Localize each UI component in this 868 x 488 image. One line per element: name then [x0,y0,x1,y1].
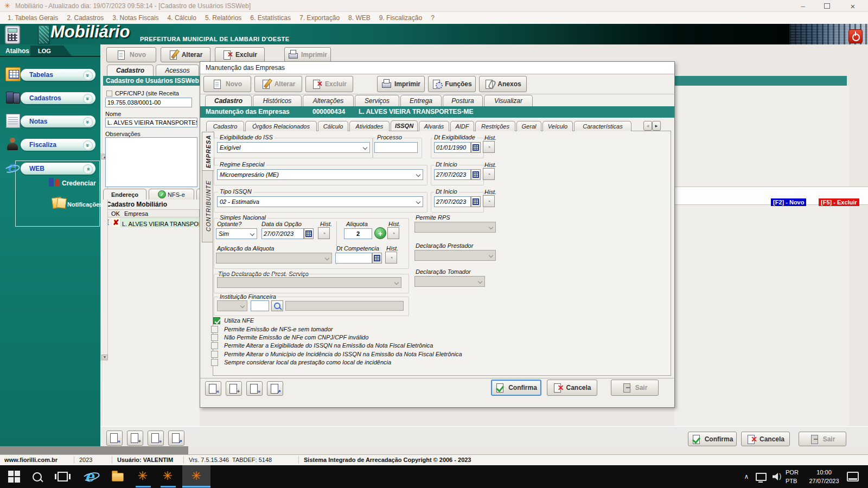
checkbox-utiliza-nfe[interactable] [213,317,220,324]
hist-button[interactable]: ◔ [318,227,330,239]
menu-item-exportacao[interactable]: 7. Exportação [295,14,344,22]
taskbar-search-button[interactable] [30,472,43,481]
dialog-tab-servicos[interactable]: Serviços [355,95,399,106]
instituicao-select[interactable] [217,300,247,311]
permite-rps-select[interactable] [414,222,496,233]
main-record-first-button[interactable]: « [106,431,123,446]
instituicao-codigo-input[interactable] [251,300,269,311]
record-insert-button[interactable]: + [226,381,242,396]
issqn-tab-geral[interactable]: Geral [516,121,541,131]
close-button[interactable]: × [842,0,864,12]
issqn-tab-veiculo[interactable]: Veículo [542,121,573,131]
dialog-cancela-button[interactable]: Cancela [547,380,597,396]
hist-button[interactable]: ◔ [385,252,397,264]
main-confirma-button[interactable]: Confirma [688,432,737,446]
aplicacao-select[interactable] [216,253,332,264]
optante-select[interactable]: Sim [216,228,257,239]
start-button[interactable] [4,471,24,483]
dialog-alterar-button[interactable]: Alterar [254,76,302,92]
issqn-tab-cadastro[interactable]: Cadastro [206,121,244,131]
menu-item-estatisticas[interactable]: 6. Estatísticas [246,14,295,22]
sidebar-item-credenciar[interactable]: Credenciar [62,179,96,187]
tray-volume-button[interactable]: ) [770,472,782,481]
regime-dt-input[interactable]: 27/07/2023 [434,169,471,180]
novo-button[interactable]: Novo [106,47,156,62]
cpf-checkbox[interactable] [106,91,112,97]
dialog-funcoes-button[interactable]: Funções [428,76,476,92]
menu-item-notas-fiscais[interactable]: 3. Notas Fiscais [108,14,163,22]
menu-item-relatorios[interactable]: 5. Relatórios [201,14,246,22]
scroll-down-icon[interactable]: ▼ [101,355,108,359]
dialog-anexos-button[interactable]: Anexos [479,76,527,92]
grid-row[interactable]: I ✘ L. ALVES VIEIRA TRANSPORTES-ME [103,218,200,227]
regime-select[interactable]: Microempresário (ME) [217,169,423,180]
dialog-tab-entrega[interactable]: Entrega [400,95,442,106]
restore-button[interactable] [817,0,837,12]
main-record-last-button[interactable]: ↗ [168,431,184,446]
menu-item-tabelas-gerais[interactable]: 1. Tabelas Gerais [3,14,62,22]
checkbox-local-prestacao[interactable] [211,359,218,366]
tab-endereco[interactable]: Endereço [103,189,146,200]
dialog-imprimir-button[interactable]: Imprimir [377,76,425,92]
chevron-down-icon[interactable]: » [83,70,93,80]
issqn-tab-restricoes[interactable]: Restrições [475,121,515,131]
chevron-up-icon[interactable]: » [83,164,93,174]
calendar-icon[interactable] [471,196,481,207]
issqn-tab-calculo[interactable]: Cálculo [318,121,348,131]
issqn-tab-orgaos[interactable]: Órgãos Relacionados [245,121,317,131]
menu-item-calculo[interactable]: 4. Cálculo [163,14,201,22]
tab-acessos[interactable]: Acessos [156,65,199,76]
taskbar-app3-button[interactable]: ✳ [188,467,205,485]
hist-button[interactable]: ◔ [483,195,495,207]
checkbox-alterar-municipio[interactable] [211,351,218,358]
side-tab-empresa[interactable]: EMPRESA [202,132,214,171]
tray-expand-button[interactable]: ∧ [741,472,752,481]
action-center-button[interactable] [846,472,859,481]
tab-scroll-left-button[interactable]: ◄ [643,121,652,131]
dialog-confirma-button[interactable]: Confirma [491,380,541,396]
dialog-tab-visualizar[interactable]: Visualizar [484,95,533,106]
alterar-button[interactable]: Alterar [161,47,210,62]
checkbox-nfe-cnpj-invalido[interactable] [211,334,218,341]
dt-exigibilidade-input[interactable]: 01/01/1990 [434,142,471,153]
main-record-next-button[interactable]: » [148,431,164,446]
power-button[interactable] [848,29,863,43]
calendar-icon[interactable] [471,142,481,153]
dialog-novo-button[interactable]: Novo [203,76,251,92]
menu-item-web[interactable]: 8. WEB [344,14,375,22]
cpf-input[interactable]: 19.755.038/0001-00 [105,98,192,107]
issqn-tab-caracteristicas[interactable]: Características [574,121,631,131]
menu-item-help[interactable]: ? [426,14,439,22]
chevron-down-icon[interactable]: » [83,117,93,127]
declaracao-prestador-select[interactable] [414,250,496,261]
tab-scroll-right-button[interactable]: ► [652,121,661,131]
imprimir-button[interactable]: Imprimir [284,47,331,62]
tray-language-button[interactable]: POR PTB [786,468,804,485]
issqn-tab-atividades[interactable]: Atividades [349,121,390,131]
main-record-insert-button[interactable]: + [127,431,143,446]
record-last-button[interactable]: ↗ [267,381,283,396]
calendar-icon[interactable] [372,253,382,264]
calendar-icon[interactable] [304,228,314,239]
chevron-down-icon[interactable]: » [83,140,93,150]
chevron-down-icon[interactable]: » [83,94,93,104]
data-opcao-input[interactable]: 27/07/2023 [261,228,304,239]
dialog-sair-button[interactable]: Sair [611,380,659,396]
dialog-tab-alteracoes[interactable]: Alterações [303,95,354,106]
dialog-tab-historicos[interactable]: Históricos [253,95,302,106]
taskbar-app2-button[interactable]: ✳ [159,467,176,485]
search-button[interactable] [271,300,283,311]
dialog-excluir-button[interactable]: Excluir [305,76,353,92]
minimize-button[interactable]: – [793,0,813,12]
main-sair-button[interactable]: Sair [799,432,846,446]
issqn-tab-aidf[interactable]: AIDF [450,121,474,131]
sidebar-item-notificacoes[interactable]: Notificações [67,201,103,208]
hist-button[interactable]: ◔ [483,168,495,180]
taskbar-ie-button[interactable] [81,466,98,486]
checkbox-nfse-sem-tomador[interactable] [211,326,218,333]
menu-item-fiscalizacao[interactable]: 9. Fiscalização [375,14,426,22]
excluir-button[interactable]: Excluir [215,47,265,62]
exigibilidade-select[interactable]: Exigível [217,142,370,153]
record-next-button[interactable]: » [246,381,263,396]
menu-item-cadastros[interactable]: 2. Cadastros [62,14,108,22]
